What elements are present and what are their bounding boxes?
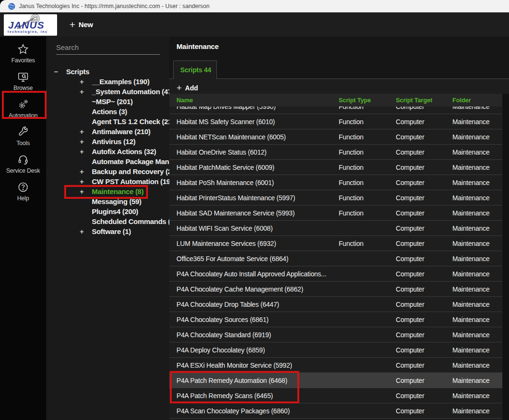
sidebar-item-automation[interactable]: Automation: [0, 95, 46, 122]
main-panel: Maintenance Scripts 44 + Add Name Script…: [169, 37, 509, 420]
table-row[interactable]: Habitat MS Safety Scanner (6010)Function…: [169, 114, 509, 129]
cell-target: Computer: [396, 164, 452, 171]
tree-item[interactable]: Actions (3): [46, 107, 169, 117]
expand-icon[interactable]: +: [78, 167, 86, 176]
search-input[interactable]: [56, 41, 160, 55]
table-row[interactable]: P4A Chocolatey Sources (6861)ComputerMai…: [169, 312, 509, 327]
cell-target: Computer: [396, 346, 452, 354]
table-row[interactable]: LUM Maintenance Services (6932)FunctionC…: [169, 236, 509, 251]
tree-item[interactable]: +_System Automation (47: [46, 87, 169, 97]
table-row[interactable]: P4A Chocolatey Standard (6919)ComputerMa…: [169, 327, 509, 342]
tree-item[interactable]: +Autofix Actions (32): [46, 147, 169, 156]
cell-target: Computer: [396, 225, 452, 232]
cell-name: P4A Chocolatey Drop Tables (6447): [169, 301, 339, 308]
table-row[interactable]: Habitat Map Drives Mapper (5990)Function…: [169, 107, 509, 114]
vertical-scrollbar[interactable]: [502, 94, 509, 420]
table-row[interactable]: P4A Chocolatey Cache Management (6862)Co…: [169, 282, 509, 297]
sidebar-item-label: Automation: [9, 112, 38, 119]
tree-item[interactable]: +__Examples (190): [46, 77, 169, 87]
table-row[interactable]: Habitat PrinterStatus Maintenance (5997)…: [169, 190, 509, 205]
cell-name: Habitat NETScan Maintenance (6005): [169, 133, 339, 141]
expand-icon[interactable]: +: [78, 177, 86, 186]
tree-item-label: Scripts: [66, 68, 89, 76]
column-header-folder[interactable]: Folder: [452, 97, 509, 104]
table-row[interactable]: P4A Chocolatey Auto Install Approved App…: [169, 266, 509, 282]
table-row[interactable]: Habitat SAD Maintenance Service (5993)Fu…: [169, 205, 509, 221]
cell-target: Computer: [396, 194, 452, 202]
company-logo[interactable]: JANUS technologies, inc: [4, 14, 57, 36]
add-button[interactable]: + Add: [176, 82, 198, 94]
table-row[interactable]: P4A Patch Remedy Automation (6468)Comput…: [169, 373, 509, 388]
tree-item[interactable]: +Software (1): [46, 226, 169, 236]
tree-item[interactable]: +Maintenance (8): [46, 186, 169, 196]
column-header-script-target[interactable]: Script Target: [396, 97, 452, 104]
cell-name: P4A Chocolatey Cache Management (6862): [169, 285, 339, 293]
expand-icon[interactable]: +: [78, 187, 86, 195]
cell-folder: Maintenance: [452, 240, 509, 247]
cell-name: P4A ESXi Health Monitor Service (5992): [169, 361, 339, 369]
tree-item[interactable]: +Antimalware (210): [46, 127, 169, 137]
table-row[interactable]: P4A Scan Chocolatey Packages (6860)Compu…: [169, 403, 509, 419]
globe-icon: [8, 3, 15, 10]
sidebar-item-favorites[interactable]: Favorites: [0, 39, 46, 67]
cell-name: Office365 For Automate Service (6864): [169, 255, 339, 263]
tree-item[interactable]: Plugins4 (200): [46, 206, 169, 216]
tree-item[interactable]: Messaging (59): [46, 196, 169, 206]
expand-icon[interactable]: +: [78, 227, 86, 235]
cell-folder: Maintenance: [452, 209, 509, 217]
tab-scripts[interactable]: Scripts 44: [173, 60, 217, 79]
table-row[interactable]: Habitat PatchMatic Service (6009)Functio…: [169, 160, 509, 175]
monitor-search-icon: [17, 71, 29, 83]
expand-icon[interactable]: +: [78, 78, 86, 86]
table-row[interactable]: Habitat PoSh Maintenance (6001)FunctionC…: [169, 175, 509, 190]
sidebar-item-browse[interactable]: Browse: [0, 67, 46, 95]
cell-target: Computer: [396, 270, 452, 278]
cell-target: Computer: [396, 107, 452, 110]
tree-item[interactable]: ~MSP~ (201): [46, 97, 169, 107]
sidebar-item-help[interactable]: Help: [0, 177, 46, 205]
cell-name: P4A Chocolatey Standard (6919): [169, 331, 339, 339]
tree-item-label: Actions (3): [92, 107, 127, 116]
cell-name: Habitat PatchMatic Service (6009): [169, 164, 339, 171]
cell-type: Function: [339, 118, 396, 126]
tree-item-label: Antivirus (12): [92, 137, 136, 146]
tree-item[interactable]: +Antivirus (12): [46, 137, 169, 147]
plus-icon: +: [69, 20, 75, 29]
table-row[interactable]: Habitat NETScan Maintenance (6005)Functi…: [169, 129, 509, 145]
cell-name: Habitat WIFI Scan Service (6008): [169, 225, 339, 232]
cell-folder: Maintenance: [452, 377, 509, 384]
tree-item[interactable]: +CW PST Automation (192: [46, 176, 169, 186]
new-button[interactable]: + New: [69, 12, 93, 37]
tree-item[interactable]: +Backup and Recovery (21: [46, 166, 169, 176]
table-row[interactable]: P4A ESXi Health Monitor Service (5992)Co…: [169, 358, 509, 373]
collapse-icon[interactable]: −: [52, 68, 60, 76]
sidebar-item-service-desk[interactable]: Service Desk: [0, 150, 46, 177]
cell-name: P4A Patch Remedy Scans (6465): [169, 392, 339, 400]
tree-item[interactable]: −Scripts: [46, 67, 169, 77]
cell-type: Function: [339, 148, 396, 156]
cell-target: Computer: [396, 331, 452, 339]
table-row[interactable]: Habitat OneDrive Status (6012)FunctionCo…: [169, 145, 509, 160]
expand-icon[interactable]: +: [78, 88, 86, 96]
tree-item[interactable]: Agent TLS 1.2 Check (21: [46, 117, 169, 127]
table-row[interactable]: Habitat WIFI Scan Service (6008)Computer…: [169, 221, 509, 236]
table-row[interactable]: Office365 For Automate Service (6864)Com…: [169, 251, 509, 266]
cell-type: Function: [339, 209, 396, 217]
expand-icon[interactable]: +: [78, 127, 86, 136]
table-row[interactable]: P4A Deploy Chocolatey (6859)ComputerMain…: [169, 342, 509, 358]
cell-name: Habitat PrinterStatus Maintenance (5997): [169, 194, 339, 202]
tree-item[interactable]: Automate Package Mana: [46, 156, 169, 166]
expand-icon[interactable]: +: [78, 137, 86, 146]
new-button-label: New: [78, 20, 93, 29]
column-header-name[interactable]: Name: [169, 97, 339, 104]
tree-item[interactable]: Scheduled Commands (4: [46, 216, 169, 226]
table-row[interactable]: P4A Patch Remedy Scans (6465)ComputerMai…: [169, 388, 509, 403]
cell-target: Computer: [396, 133, 452, 141]
cell-name: P4A Chocolatey Sources (6861): [169, 316, 339, 323]
sidebar-item-tools[interactable]: Tools: [0, 122, 46, 150]
column-header-script-type[interactable]: Script Type: [339, 97, 396, 104]
cell-name: Habitat Map Drives Mapper (5990): [169, 107, 339, 110]
table-row[interactable]: P4A Chocolatey Drop Tables (6447)Compute…: [169, 297, 509, 312]
expand-icon[interactable]: +: [78, 147, 86, 156]
question-circle-icon: [17, 181, 29, 193]
